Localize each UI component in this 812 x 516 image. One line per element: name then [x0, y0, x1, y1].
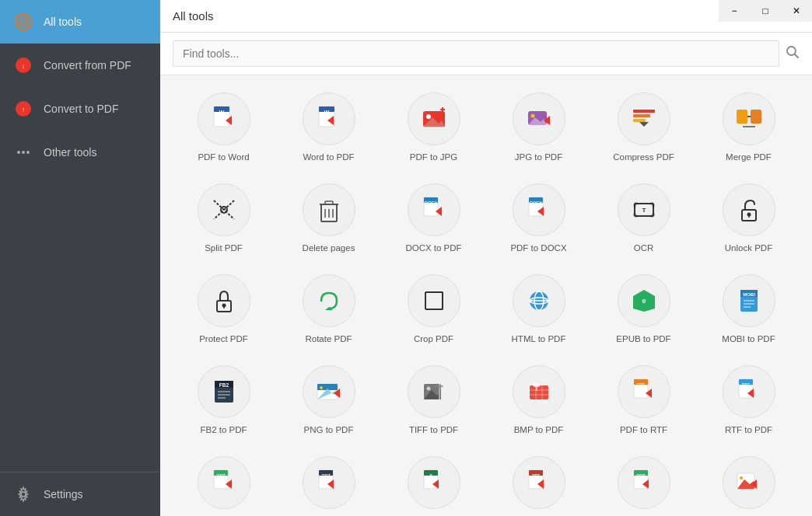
tool-epub-to-pdf[interactable]: e EPUB to PDF [593, 265, 695, 353]
sidebar-item-convert-from-pdf-label: Convert from PDF [44, 59, 131, 71]
tool-docx-to-pdf[interactable]: DOCX DOCX to PDF [383, 174, 485, 262]
sidebar: All tools ↓ Convert from PDF ↑ Convert t… [0, 0, 160, 516]
sidebar-item-all-tools-label: All tools [44, 16, 82, 28]
pdf-to-rtf-icon: RTF [618, 365, 670, 418]
tool-pdf-to-bmp[interactable]: PDF to BMP [698, 447, 800, 516]
sidebar-item-other-tools-label: Other tools [44, 146, 96, 159]
tool-ppt-to-pdf[interactable]: PPT PPT to PDF [488, 447, 590, 516]
tools-grid: W PDF to Word W Word to PDF [160, 75, 812, 516]
search-button[interactable] [786, 45, 800, 63]
pdf-to-word-icon: W [198, 92, 250, 145]
convert-to-pdf-icon: ↑ [12, 98, 34, 120]
svg-text:↑: ↑ [22, 106, 26, 113]
tool-rtf-to-pdf[interactable]: RTF RTF to PDF [698, 356, 800, 444]
svg-point-2 [23, 21, 25, 23]
tool-rotate-pdf[interactable]: Rotate PDF [278, 265, 380, 353]
pdf-to-rtf-label: PDF to RTF [620, 424, 667, 436]
svg-point-7 [17, 151, 20, 154]
epub-to-pdf-label: EPUB to PDF [616, 333, 670, 345]
sidebar-bottom: Settings [0, 472, 160, 516]
tool-pdf-to-odt[interactable]: ODT PDF to ODT [173, 447, 275, 516]
tool-compress-pdf[interactable]: Compress PDF [593, 83, 695, 171]
sidebar-item-convert-from-pdf[interactable]: ↓ Convert from PDF [0, 44, 160, 87]
svg-point-9 [26, 151, 30, 154]
tool-word-to-pdf[interactable]: W Word to PDF [278, 83, 380, 171]
svg-text:RTF: RTF [636, 382, 645, 387]
svg-text:ODT: ODT [216, 473, 226, 478]
sidebar-item-all-tools[interactable]: All tools [0, 0, 160, 44]
tool-ods-to-pdf[interactable]: ODS ODS to PDF [593, 447, 695, 516]
pdf-to-docx-icon: DOCX [513, 183, 565, 236]
svg-text:T: T [642, 207, 646, 214]
sidebar-item-convert-to-pdf-label: Convert to PDF [44, 103, 118, 115]
svg-rect-39 [325, 201, 333, 204]
tool-excel-to-pdf[interactable]: X Excel to PDF [383, 447, 485, 516]
tool-protect-pdf[interactable]: Protect PDF [173, 265, 275, 353]
sidebar-item-settings[interactable]: Settings [0, 472, 160, 516]
docx-to-pdf-icon: DOCX [408, 183, 460, 236]
tool-bmp-to-pdf[interactable]: BMP to PDF [488, 356, 590, 444]
svg-text:e: e [642, 297, 646, 305]
sidebar-item-other-tools[interactable]: Other tools [0, 131, 160, 174]
sidebar-item-convert-to-pdf[interactable]: ↑ Convert to PDF [0, 87, 160, 131]
protect-pdf-label: Protect PDF [199, 333, 248, 345]
maximize-button[interactable]: □ [750, 0, 781, 22]
word-to-pdf-label: Word to PDF [303, 152, 354, 163]
tool-mobi-to-pdf[interactable]: MOBI MOBI to PDF [698, 265, 800, 353]
svg-point-10 [21, 492, 26, 497]
search-input[interactable] [173, 40, 779, 67]
mobi-to-pdf-icon: MOBI [723, 274, 775, 327]
tool-crop-pdf[interactable]: Crop PDF [383, 265, 485, 353]
crop-pdf-label: Crop PDF [414, 333, 453, 345]
svg-text:↓: ↓ [22, 62, 26, 70]
rtf-to-pdf-icon: RTF [723, 365, 775, 418]
html-to-pdf-label: HTML to PDF [512, 333, 566, 345]
tool-delete-pages[interactable]: Delete pages [278, 174, 380, 262]
mobi-to-pdf-label: MOBI to PDF [722, 333, 775, 345]
svg-point-22 [426, 114, 431, 119]
split-pdf-label: Split PDF [205, 242, 243, 254]
tool-merge-pdf[interactable]: Merge PDF [698, 83, 800, 171]
svg-rect-101 [530, 385, 548, 399]
svg-point-8 [22, 151, 25, 154]
close-button[interactable]: ✕ [781, 0, 812, 22]
merge-pdf-icon [723, 92, 775, 145]
window-controls: − □ ✕ [719, 0, 812, 22]
split-pdf-icon [198, 183, 250, 236]
tool-odt-to-pdf[interactable]: ODT ODT to PDF [278, 447, 380, 516]
tool-fb2-to-pdf[interactable]: FB2 FB2 to PDF [173, 356, 275, 444]
svg-point-94 [320, 386, 323, 389]
rtf-to-pdf-label: RTF to PDF [725, 424, 772, 436]
svg-text:W: W [324, 110, 329, 115]
tool-jpg-to-pdf[interactable]: JPG to PDF [488, 83, 590, 171]
tool-split-pdf[interactable]: Split PDF [173, 174, 275, 262]
svg-rect-32 [737, 110, 747, 124]
tool-unlock-pdf[interactable]: Unlock PDF [698, 174, 800, 262]
tool-pdf-to-word[interactable]: W PDF to Word [173, 83, 275, 171]
tool-pdf-to-rtf[interactable]: RTF PDF to RTF [593, 356, 695, 444]
svg-text:ODS: ODS [636, 473, 646, 478]
epub-to-pdf-icon: e [618, 274, 670, 327]
tool-html-to-pdf[interactable]: HTML to PDF [488, 265, 590, 353]
svg-rect-31 [633, 119, 646, 122]
fb2-to-pdf-label: FB2 to PDF [200, 424, 247, 436]
page-title: All tools [173, 9, 214, 23]
tiff-to-pdf-icon [408, 365, 460, 418]
jpg-to-pdf-icon [513, 92, 565, 145]
minimize-button[interactable]: − [719, 0, 750, 22]
tool-png-to-pdf[interactable]: PNG to PDF [278, 356, 380, 444]
png-to-pdf-label: PNG to PDF [304, 424, 354, 436]
rotate-pdf-icon [303, 274, 355, 327]
excel-to-pdf-icon: X [408, 456, 460, 509]
tool-tiff-to-pdf[interactable]: TIFF to PDF [383, 356, 485, 444]
word-to-pdf-icon: W [303, 92, 355, 145]
tool-pdf-to-docx[interactable]: DOCX PDF to DOCX [488, 174, 590, 262]
svg-rect-68 [425, 292, 443, 309]
ods-to-pdf-icon: ODS [618, 456, 670, 509]
all-tools-icon [12, 11, 34, 33]
svg-text:DOCX: DOCX [530, 200, 542, 205]
pdf-to-jpg-icon [408, 92, 460, 145]
tool-ocr[interactable]: T OCR [593, 174, 695, 262]
tool-pdf-to-jpg[interactable]: PDF to JPG [383, 83, 485, 171]
protect-pdf-icon [198, 274, 250, 327]
